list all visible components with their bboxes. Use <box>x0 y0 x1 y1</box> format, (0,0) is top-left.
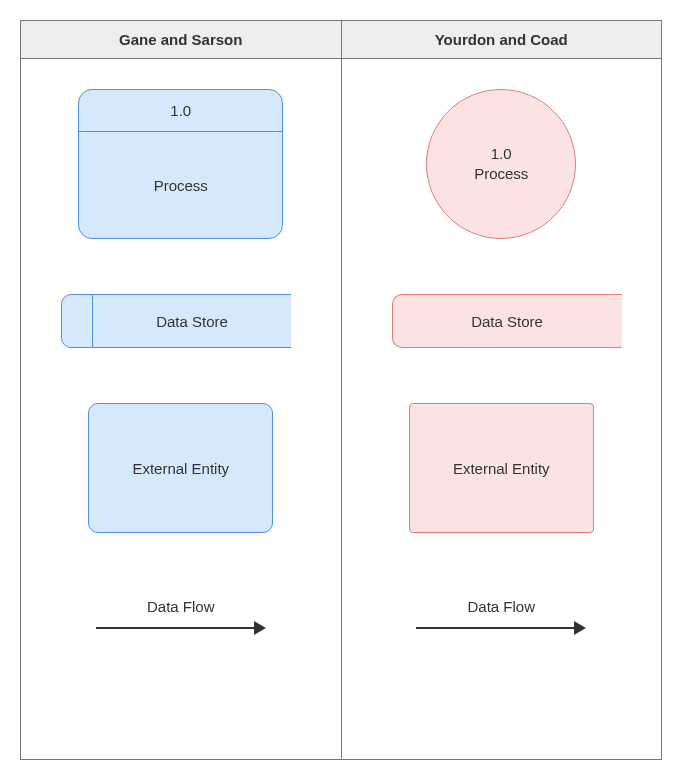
header-row: Gane and Sarson Yourdon and Coad <box>21 21 661 59</box>
yc-dataflow: Data Flow <box>416 598 586 635</box>
gs-entity-shape: External Entity <box>88 403 273 533</box>
gs-process-number: 1.0 <box>79 90 282 132</box>
gs-datastore-shape: Data Store <box>61 294 291 348</box>
header-gane-sarson: Gane and Sarson <box>21 21 342 59</box>
yc-process-label: Process <box>474 164 528 184</box>
body-row: 1.0 Process Data Store External Entity D… <box>21 59 661 759</box>
yc-datastore-shape: Data Store <box>392 294 622 348</box>
gane-sarson-column: 1.0 Process Data Store External Entity D… <box>21 59 342 759</box>
gs-process-shape: 1.0 Process <box>78 89 283 239</box>
gs-dataflow-label: Data Flow <box>147 598 215 615</box>
yc-dataflow-label: Data Flow <box>467 598 535 615</box>
yc-process-shape: 1.0 Process <box>426 89 576 239</box>
yc-entity-shape: External Entity <box>409 403 594 533</box>
yc-entity-label: External Entity <box>453 460 550 477</box>
yourdon-coad-column: 1.0 Process Data Store External Entity D… <box>342 59 662 759</box>
yc-datastore-label: Data Store <box>471 313 543 330</box>
header-yourdon-coad: Yourdon and Coad <box>342 21 662 59</box>
gs-datastore-sidebar <box>61 294 93 348</box>
gs-entity-label: External Entity <box>132 460 229 477</box>
arrow-icon <box>96 621 266 635</box>
gs-process-label: Process <box>79 132 282 238</box>
notation-comparison-grid: Gane and Sarson Yourdon and Coad 1.0 Pro… <box>20 20 662 760</box>
yc-process-number: 1.0 <box>491 144 512 164</box>
arrow-icon <box>416 621 586 635</box>
gs-dataflow: Data Flow <box>96 598 266 635</box>
gs-datastore-label: Data Store <box>93 294 291 348</box>
